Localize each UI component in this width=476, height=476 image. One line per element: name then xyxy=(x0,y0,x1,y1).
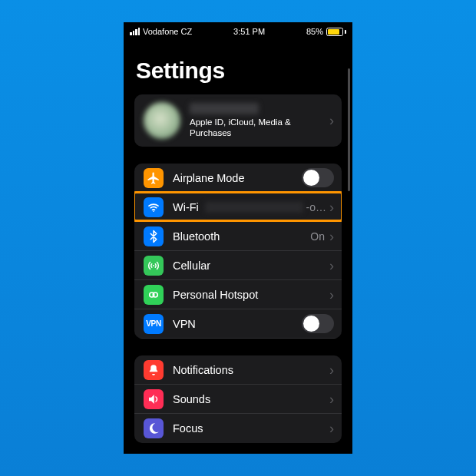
row-personal-hotspot[interactable]: Personal Hotspot › xyxy=(134,280,342,309)
hotspot-icon xyxy=(144,285,164,305)
value-bluetooth: On xyxy=(310,230,325,243)
status-bar: Vodafone CZ 3:51 PM 85% xyxy=(124,22,352,39)
chevron-right-icon: › xyxy=(328,288,334,302)
label-airplane: Airplane Mode xyxy=(173,172,245,184)
connectivity-group: Airplane Mode Wi-Fi -o… › Bluetooth xyxy=(134,164,342,339)
chevron-right-icon: › xyxy=(328,114,334,127)
scroll-indicator[interactable] xyxy=(348,68,350,191)
row-airplane-mode[interactable]: Airplane Mode xyxy=(134,164,342,193)
wifi-network-redacted xyxy=(205,202,303,213)
row-bluetooth[interactable]: Bluetooth On › xyxy=(134,222,342,251)
profile-subtitle: Apple ID, iCloud, Media & Purchases xyxy=(190,117,328,139)
label-focus: Focus xyxy=(173,422,203,435)
chevron-right-icon: › xyxy=(328,392,334,406)
settings-content: Settings Apple ID, iCloud, Media & Purch… xyxy=(124,58,352,443)
toggle-vpn[interactable] xyxy=(302,314,334,333)
label-hotspot: Personal Hotspot xyxy=(173,289,258,301)
battery-percent: 85% xyxy=(306,27,323,36)
vpn-icon: VPN xyxy=(144,314,164,334)
label-wifi: Wi-Fi xyxy=(173,201,199,213)
label-bluetooth: Bluetooth xyxy=(173,230,220,243)
status-right: 85% xyxy=(306,27,346,36)
row-wifi[interactable]: Wi-Fi -o… › xyxy=(134,193,342,222)
label-sounds: Sounds xyxy=(173,393,210,405)
signal-icon xyxy=(130,28,140,35)
row-notifications[interactable]: Notifications › xyxy=(134,355,342,385)
cellular-icon xyxy=(144,256,164,276)
chevron-right-icon: › xyxy=(328,363,334,377)
label-notifications: Notifications xyxy=(173,364,233,376)
row-cellular[interactable]: Cellular › xyxy=(134,251,342,280)
profile-name-redacted xyxy=(190,103,259,114)
wifi-value-suffix: -o… xyxy=(306,201,326,213)
carrier-label: Vodafone CZ xyxy=(143,27,192,36)
page-title: Settings xyxy=(136,58,342,84)
bluetooth-icon xyxy=(144,226,164,246)
toggle-airplane[interactable] xyxy=(302,168,334,187)
row-focus[interactable]: Focus › xyxy=(134,414,342,443)
label-cellular: Cellular xyxy=(173,259,210,272)
chevron-right-icon: › xyxy=(328,421,334,435)
row-vpn[interactable]: VPN VPN xyxy=(134,309,342,339)
status-left: Vodafone CZ xyxy=(130,27,192,36)
profile-row[interactable]: Apple ID, iCloud, Media & Purchases › xyxy=(134,94,342,147)
label-vpn: VPN xyxy=(173,318,196,330)
sounds-icon xyxy=(144,389,164,409)
airplane-icon xyxy=(144,168,164,188)
wifi-icon xyxy=(144,197,164,217)
svg-point-0 xyxy=(153,210,154,212)
notifications-group: Notifications › Sounds › Focus › xyxy=(134,355,342,443)
svg-point-1 xyxy=(153,265,154,266)
row-sounds[interactable]: Sounds › xyxy=(134,385,342,414)
chevron-right-icon: › xyxy=(328,259,334,273)
chevron-right-icon: › xyxy=(328,230,334,243)
clock: 3:51 PM xyxy=(233,27,265,36)
phone-frame: Vodafone CZ 3:51 PM 85% Settings Apple I… xyxy=(124,22,352,454)
chevron-right-icon: › xyxy=(328,200,334,214)
battery-icon xyxy=(326,28,346,36)
avatar xyxy=(144,102,180,139)
profile-group: Apple ID, iCloud, Media & Purchases › xyxy=(134,94,342,147)
focus-icon xyxy=(144,418,164,438)
notifications-icon xyxy=(144,360,164,380)
